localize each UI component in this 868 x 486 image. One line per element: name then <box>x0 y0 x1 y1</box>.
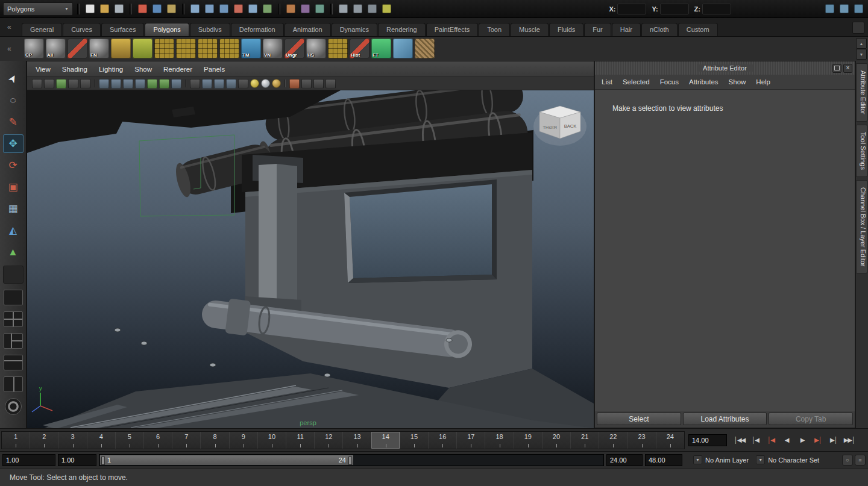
animation-start-field[interactable] <box>2 454 55 466</box>
attr-menu-selected[interactable]: Selected <box>623 78 650 86</box>
shadows-icon[interactable] <box>301 79 312 89</box>
lasso-tool-button[interactable]: ◌ <box>3 91 24 110</box>
image-plane-icon[interactable] <box>56 79 66 89</box>
timeline-frame[interactable]: 2 <box>30 432 58 449</box>
new-scene-icon[interactable] <box>84 2 96 15</box>
view-cube[interactable]: RIGHT BACK <box>533 106 587 146</box>
go-to-end-button[interactable]: ▶▶│ <box>841 433 857 447</box>
copy-tab-button[interactable]: Copy Tab <box>769 413 853 425</box>
layout-hypergraph-button[interactable] <box>5 398 22 415</box>
step-forward-key-button[interactable]: ▶│ <box>810 433 826 447</box>
range-end-handle[interactable] <box>348 456 352 465</box>
shelf-item[interactable]: FT <box>371 39 391 58</box>
timeline-frame[interactable]: 13 <box>342 432 371 449</box>
timeline-frame[interactable]: 11 <box>286 432 314 449</box>
step-back-key-button[interactable]: │◀ <box>763 433 779 447</box>
wireframe-icon[interactable] <box>190 79 200 89</box>
camera-icon[interactable] <box>32 79 42 89</box>
select-by-component-icon[interactable] <box>165 2 178 15</box>
shelf-item[interactable]: FN <box>89 39 109 58</box>
tab-general[interactable]: General <box>22 23 62 36</box>
resolution-gate-icon[interactable] <box>123 79 133 89</box>
save-scene-icon[interactable] <box>113 2 125 15</box>
view-cube-back-label[interactable]: BACK <box>564 123 576 129</box>
isolate-select-icon[interactable] <box>289 79 300 89</box>
shelf-item[interactable] <box>198 39 218 58</box>
tab-fur[interactable]: Fur <box>584 23 611 36</box>
timeline-frame[interactable]: 5 <box>115 432 143 449</box>
timeline-frame[interactable]: 12 <box>314 432 342 449</box>
timeline-frame[interactable]: 23 <box>627 432 655 449</box>
float-panel-icon[interactable] <box>832 64 841 73</box>
shelf-item[interactable] <box>68 39 87 58</box>
play-backwards-button[interactable]: ◀ <box>779 433 794 447</box>
make-live-icon[interactable] <box>261 2 274 15</box>
animation-end-field[interactable] <box>645 454 682 466</box>
tab-curves[interactable]: Curves <box>63 23 101 36</box>
playback-start-field[interactable] <box>58 454 96 466</box>
timeline-frame[interactable]: 3 <box>58 432 86 449</box>
sidebar-tab-channel-box[interactable]: Channel Box / Layer Editor <box>856 180 867 273</box>
play-forwards-button[interactable]: ▶ <box>794 433 810 447</box>
tab-dynamics[interactable]: Dynamics <box>332 23 377 36</box>
z-coordinate-input[interactable] <box>702 4 731 14</box>
snap-to-view-planes-icon[interactable] <box>247 2 259 15</box>
lighting-all-icon[interactable] <box>272 79 281 88</box>
paint-select-tool-button[interactable]: ✎ <box>3 113 24 131</box>
scale-tool-button[interactable]: ▣ <box>3 178 24 196</box>
load-attributes-button[interactable]: Load Attributes <box>683 413 767 425</box>
tab-surfaces[interactable]: Surfaces <box>101 23 144 36</box>
step-back-frame-button[interactable]: │◀ <box>747 433 763 447</box>
soft-modification-button[interactable]: ◭ <box>3 221 24 240</box>
rotate-tool-button[interactable]: ⟳ <box>3 156 24 175</box>
viewport-canvas[interactable]: RIGHT BACK y persp <box>27 90 594 429</box>
tab-polygons[interactable]: Polygons <box>145 23 189 36</box>
snap-to-projected-center-icon[interactable] <box>232 2 245 15</box>
xray-icon[interactable] <box>313 79 324 89</box>
wireframe-on-shaded-icon[interactable] <box>214 79 224 89</box>
view-cube-right-label[interactable]: RIGHT <box>542 125 557 130</box>
shelf-item[interactable]: TM <box>241 39 261 58</box>
layout-single-pane-button[interactable] <box>4 290 23 305</box>
model-body[interactable] <box>242 132 532 388</box>
viewport-menu-lighting[interactable]: Lighting <box>99 66 123 73</box>
shelf-scroll-down-icon[interactable]: ▼ <box>856 49 867 60</box>
timeline-frame[interactable]: 8 <box>200 432 228 449</box>
render-current-frame-icon[interactable] <box>351 2 364 15</box>
timeline-frame[interactable]: 19 <box>514 432 542 449</box>
tab-deformation[interactable]: Deformation <box>231 23 284 36</box>
move-tool-button[interactable]: ✥ <box>3 134 24 153</box>
safe-title-icon[interactable] <box>171 79 181 89</box>
snap-to-grids-icon[interactable] <box>189 2 201 15</box>
anim-layer-dropdown[interactable]: ▼ No Anim Layer <box>691 454 751 466</box>
current-time-field[interactable] <box>688 434 727 446</box>
character-set-dropdown[interactable]: ▼ No Character Set <box>753 454 822 466</box>
open-scene-icon[interactable] <box>98 2 111 15</box>
attr-menu-attributes[interactable]: Attributes <box>689 78 719 86</box>
render-settings-icon[interactable] <box>380 2 393 15</box>
construction-history-icon[interactable] <box>313 2 326 15</box>
shelf-item[interactable]: VN <box>263 39 283 58</box>
tab-animation[interactable]: Animation <box>285 23 331 36</box>
shelf-item[interactable]: Hist <box>350 39 370 58</box>
viewport-menu-panels[interactable]: Panels <box>204 66 225 73</box>
tab-subdivs[interactable]: Subdivs <box>190 23 230 36</box>
range-start-handle[interactable] <box>101 456 105 465</box>
layout-two-pane-vertical-button[interactable] <box>4 376 23 392</box>
use-default-material-icon[interactable] <box>238 79 248 89</box>
shelf-item[interactable] <box>219 39 239 58</box>
shelf-item[interactable] <box>415 39 435 58</box>
lighting-default-icon[interactable] <box>261 79 270 88</box>
select-tool-button[interactable]: ➤ <box>3 69 24 88</box>
shelf-item[interactable] <box>328 39 348 58</box>
timeline-frame[interactable]: 6 <box>143 432 172 449</box>
timeline-frame[interactable]: 16 <box>428 432 456 449</box>
timeline-frame[interactable]: 4 <box>87 432 115 449</box>
attr-menu-show[interactable]: Show <box>729 78 746 86</box>
go-to-start-button[interactable]: │◀◀ <box>732 433 747 447</box>
viewport-menu-view[interactable]: View <box>36 66 51 73</box>
timeline-frame[interactable]: 24 <box>656 432 684 449</box>
shelf-item[interactable] <box>393 39 413 58</box>
channel-box-toggle-icon[interactable] <box>852 2 865 15</box>
select-by-hierarchy-icon[interactable] <box>136 2 149 15</box>
